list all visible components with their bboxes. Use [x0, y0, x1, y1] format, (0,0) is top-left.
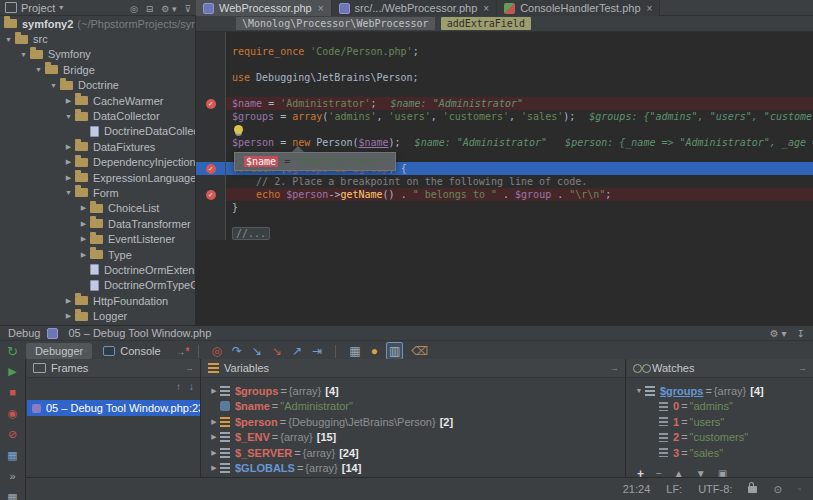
code-line[interactable]: //... [196, 227, 813, 240]
tree-toggle-icon[interactable]: ▶ [77, 251, 90, 259]
tab-close-icon[interactable]: × [647, 3, 653, 14]
breakpoint-icon[interactable]: ✓ [206, 190, 216, 200]
collapse-all-icon[interactable]: ⊟ [146, 4, 154, 14]
move-watch-up-icon[interactable]: ▲ [674, 468, 684, 477]
code-line[interactable]: ✓$name = 'Administrator';$name: "Adminis… [196, 97, 813, 110]
expand-arrow-icon[interactable]: ▶ [208, 449, 220, 457]
editor-area[interactable]: \Monolog\Processor\WebProcessor addExtra… [196, 16, 813, 325]
lock-icon[interactable] [748, 486, 757, 493]
tree-toggle-icon[interactable]: ▶ [62, 174, 75, 182]
indicator-icon[interactable]: ⊙ [773, 484, 781, 495]
tree-item-doctrinedatacollector[interactable]: DoctrineDataCollector [0, 124, 195, 139]
gutter[interactable]: ✓ [196, 188, 226, 201]
step-over-icon[interactable]: ↷ [232, 343, 242, 359]
tree-item-datacollector[interactable]: ▼DataCollector [0, 108, 195, 123]
breadcrumb-method[interactable]: addExtraField [441, 17, 531, 30]
variable-row[interactable]: ▶$groups = {array}[4] [202, 383, 625, 399]
code-line[interactable]: // 2. Place a breakpoint on the followin… [196, 175, 813, 188]
debug-tab-debugger[interactable]: Debugger [26, 343, 92, 359]
variable-row[interactable]: 0 = "admins" [627, 399, 813, 415]
output-jump-icon[interactable]: → [176, 346, 186, 357]
caret-position[interactable]: 21:24 [623, 483, 651, 495]
variable-row[interactable]: 1 = "users" [627, 414, 813, 430]
settings-icon[interactable]: ⚙ ▾ [161, 4, 176, 14]
editor-tab[interactable]: src/.../WebProcessor.php× [332, 0, 498, 16]
code-line[interactable]: } [196, 201, 813, 214]
rerun-debug-icon[interactable]: ↻ [7, 344, 18, 359]
tree-item-eventlistener[interactable]: ▶EventListener [0, 231, 195, 246]
panel-menu-icon[interactable]: → [610, 363, 619, 373]
tree-root-symfony2[interactable]: symfony2 (~/PhpstormProjects/symfony [0, 16, 195, 31]
code-line[interactable]: $groups = array('admins', 'users', 'cust… [196, 110, 813, 123]
breakpoint-icon[interactable]: ✓ [206, 99, 216, 109]
tree-item-datafixtures[interactable]: ▶DataFixtures [0, 139, 195, 154]
tree-item-choicelist[interactable]: ▶ChoiceList [0, 201, 195, 216]
gutter[interactable] [196, 45, 226, 58]
remove-watch-icon[interactable]: − [656, 468, 662, 477]
breakpoint-icon[interactable]: ✓ [206, 164, 216, 174]
code-line[interactable]: use Debugging\JetBrains\Person; [196, 71, 813, 84]
hide-toolwindow-icon[interactable]: ↧ [797, 328, 805, 339]
tree-item-httpfoundation[interactable]: ▶HttpFoundation [0, 293, 195, 308]
evaluate-expression-icon[interactable]: ▦ [349, 343, 360, 359]
tree-item-bridge[interactable]: ▼Bridge [0, 62, 195, 77]
locate-file-icon[interactable]: ◎ [130, 4, 138, 14]
gutter[interactable] [196, 58, 226, 71]
variable-row[interactable]: ▶$_ENV = {array}[15] [202, 430, 625, 446]
tree-toggle-icon[interactable]: ▶ [62, 158, 75, 166]
code-line[interactable] [196, 32, 813, 45]
restore-layout-icon[interactable]: ▦ [7, 449, 17, 461]
tree-toggle-icon[interactable]: ▶ [62, 312, 75, 320]
gutter[interactable] [196, 227, 226, 240]
variable-row[interactable]: $name = "Administrator" [202, 399, 625, 415]
tree-item-form[interactable]: ▼Form [0, 185, 195, 200]
expand-arrow-icon[interactable]: ▶ [208, 387, 220, 395]
code-line[interactable]: require_once 'Code/Person.php'; [196, 45, 813, 58]
tree-item-logger[interactable]: ▶Logger [0, 308, 195, 323]
gutter[interactable] [196, 175, 226, 188]
line-separator[interactable]: LF: [666, 483, 682, 495]
project-header-title[interactable]: Project [21, 2, 55, 14]
code-line[interactable] [196, 58, 813, 71]
gutter[interactable] [196, 71, 226, 84]
gutter[interactable] [196, 201, 226, 214]
code-editor[interactable]: $name = "Administrator" require_once 'Co… [196, 32, 813, 240]
view-breakpoints-icon[interactable]: ◉ [8, 407, 18, 419]
gutter[interactable] [196, 32, 226, 45]
tree-item-cachewarmer[interactable]: ▶CacheWarmer [0, 93, 195, 108]
run-to-cursor-icon[interactable]: ⇥ [312, 343, 322, 359]
force-step-into-icon[interactable]: ↘ [272, 343, 282, 359]
tree-toggle-icon[interactable]: ▼ [32, 66, 45, 73]
resume-icon[interactable]: ▶ [8, 365, 16, 377]
duplicate-watch-icon[interactable]: ▣ [718, 468, 727, 477]
tree-item-symfony[interactable]: ▼Symfony [0, 47, 195, 62]
tree-toggle-icon[interactable]: ▼ [2, 36, 15, 43]
tree-item-datatransformer[interactable]: ▶DataTransformer [0, 216, 195, 231]
step-out-icon[interactable]: ↗ [292, 343, 302, 359]
gutter[interactable] [196, 84, 226, 97]
gear-icon[interactable]: ⚙ ▾ [770, 328, 787, 339]
variable-row[interactable]: 2 = "customers" [627, 430, 813, 446]
tree-item-src[interactable]: ▼src [0, 31, 195, 46]
next-frame-icon[interactable]: ↓ [189, 381, 194, 392]
trash-icon[interactable]: ⌫ [411, 343, 428, 359]
variable-row[interactable]: ▶$person = {Debugging\JetBrains\Person}[… [202, 414, 625, 430]
tree-item-doctrineormtypeguesser[interactable]: DoctrineOrmTypeGuesser [0, 278, 195, 293]
panel-menu-icon[interactable]: → [798, 363, 807, 373]
more-options-icon[interactable]: » [9, 470, 15, 482]
panel-menu-icon[interactable]: → [185, 363, 194, 373]
selected-frame-row[interactable]: 05 – Debug Tool Window.php:23 [27, 400, 200, 416]
add-watch-icon[interactable]: + [637, 467, 644, 478]
tree-toggle-icon[interactable]: ▶ [77, 235, 90, 243]
tree-toggle-icon[interactable]: ▼ [47, 82, 60, 89]
intention-bulb-icon[interactable] [234, 125, 243, 134]
expand-arrow-icon[interactable]: ▶ [208, 433, 220, 441]
tree-item-doctrineormextension[interactable]: DoctrineOrmExtension [0, 262, 195, 277]
gutter[interactable] [196, 110, 226, 123]
tree-toggle-icon[interactable]: ▶ [77, 220, 90, 228]
code-line[interactable] [196, 84, 813, 97]
step-into-icon[interactable]: ↘ [252, 343, 262, 359]
gutter[interactable] [196, 149, 226, 162]
tree-item-type[interactable]: ▶Type [0, 247, 195, 262]
tree-toggle-icon[interactable]: ▶ [62, 297, 75, 305]
